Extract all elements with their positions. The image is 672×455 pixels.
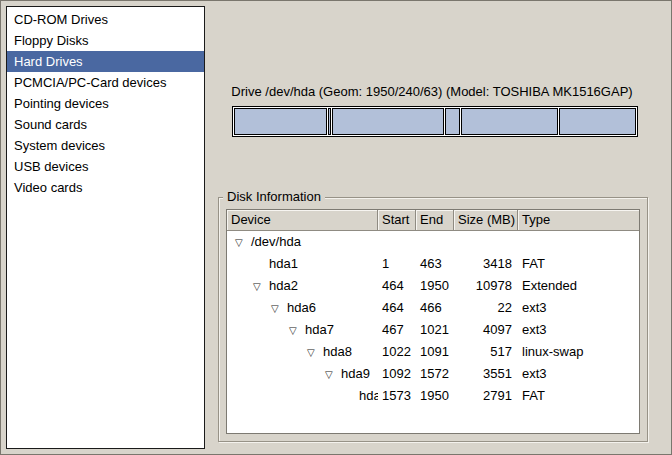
end-cell: 1950 — [416, 275, 454, 297]
device-cell: ▽hda9 — [227, 363, 378, 385]
device-name: hda1 — [269, 256, 298, 271]
device-name: hda9 — [341, 366, 370, 381]
sidebar-item-pointing-devices[interactable]: Pointing devices — [7, 93, 204, 114]
size-cell — [454, 231, 518, 253]
device-cell: hda5 — [227, 385, 378, 407]
end-cell: 463 — [416, 253, 454, 275]
size-cell: 2791 — [454, 385, 518, 407]
type-cell: ext3 — [518, 297, 639, 319]
partition-segment-hda9 — [461, 108, 558, 135]
table-row-hda5[interactable]: hda5157319502791FAT — [227, 385, 639, 407]
device-name: /dev/hda — [251, 234, 301, 249]
partition-segment-hda8 — [445, 108, 461, 135]
table-row-hda9[interactable]: ▽hda9109215723551ext3 — [227, 363, 639, 385]
size-cell: 517 — [454, 341, 518, 363]
tree-indent — [227, 352, 307, 353]
table-row-hda7[interactable]: ▽hda746710214097ext3 — [227, 319, 639, 341]
hardware-browser-window: CD-ROM DrivesFloppy DisksHard DrivesPCMC… — [0, 0, 672, 455]
start-cell: 464 — [378, 297, 416, 319]
drive-title: Drive /dev/hda (Geom: 1950/240/63) (Mode… — [216, 84, 648, 99]
tree-expander-icon[interactable]: ▽ — [307, 342, 323, 363]
size-cell: 4097 — [454, 319, 518, 341]
end-cell: 1950 — [416, 385, 454, 407]
start-cell: 464 — [378, 275, 416, 297]
partition-segment-hda1 — [234, 108, 327, 135]
device-cell: ▽/dev/hda — [227, 231, 378, 253]
device-cell: ▽hda8 — [227, 341, 378, 363]
disk-table-header: DeviceStartEndSize (MB)Type — [227, 210, 639, 231]
device-cell: ▽hda7 — [227, 319, 378, 341]
sidebar-item-video-cards[interactable]: Video cards — [7, 177, 204, 198]
start-cell — [378, 231, 416, 253]
type-cell: ext3 — [518, 363, 639, 385]
partition-segment-hda5 — [559, 108, 636, 135]
size-cell: 3418 — [454, 253, 518, 275]
start-cell: 1022 — [378, 341, 416, 363]
sidebar-item-floppy-disks[interactable]: Floppy Disks — [7, 30, 204, 51]
type-cell: linux-swap — [518, 341, 639, 363]
partition-bar — [232, 106, 638, 137]
end-cell: 466 — [416, 297, 454, 319]
tree-indent — [227, 286, 253, 287]
table-row-hda1[interactable]: hda114633418FAT — [227, 253, 639, 275]
table-row-hda6[interactable]: ▽hda646446622ext3 — [227, 297, 639, 319]
sidebar-item-usb-devices[interactable]: USB devices — [7, 156, 204, 177]
table-row-dev-hda[interactable]: ▽/dev/hda — [227, 231, 639, 253]
tree-expander-icon[interactable]: ▽ — [271, 298, 287, 319]
tree-indent — [227, 242, 235, 243]
disk-table: DeviceStartEndSize (MB)Type ▽/dev/hdahda… — [226, 209, 640, 434]
table-row-hda2[interactable]: ▽hda2464195010978Extended — [227, 275, 639, 297]
sidebar-item-sound-cards[interactable]: Sound cards — [7, 114, 204, 135]
tree-indent — [227, 330, 289, 331]
device-name: hda7 — [305, 322, 334, 337]
end-cell — [416, 231, 454, 253]
device-cell: ▽hda6 — [227, 297, 378, 319]
device-category-list: CD-ROM DrivesFloppy DisksHard DrivesPCMC… — [6, 6, 205, 449]
start-cell: 467 — [378, 319, 416, 341]
start-cell: 1 — [378, 253, 416, 275]
device-cell: ▽hda2 — [227, 275, 378, 297]
start-cell: 1573 — [378, 385, 416, 407]
sidebar-item-cd-rom-drives[interactable]: CD-ROM Drives — [7, 9, 204, 30]
column-header-start[interactable]: Start — [378, 210, 416, 230]
disk-information-label: Disk Information — [223, 189, 325, 204]
tree-expander-icon[interactable]: ▽ — [235, 232, 251, 253]
end-cell: 1021 — [416, 319, 454, 341]
tree-indent — [227, 308, 271, 309]
partition-segment-hda7 — [332, 108, 444, 135]
tree-expander-icon[interactable]: ▽ — [325, 364, 341, 385]
column-header-size-mb[interactable]: Size (MB) — [454, 210, 518, 230]
column-header-device[interactable]: Device — [227, 210, 378, 230]
tree-expander-icon[interactable]: ▽ — [289, 320, 305, 341]
size-cell: 10978 — [454, 275, 518, 297]
size-cell: 22 — [454, 297, 518, 319]
disk-table-body: ▽/dev/hdahda114633418FAT▽hda246419501097… — [227, 231, 639, 407]
device-name: hda5 — [359, 388, 378, 403]
tree-indent — [227, 374, 325, 375]
type-cell: FAT — [518, 385, 639, 407]
tree-indent — [227, 264, 253, 265]
sidebar-item-system-devices[interactable]: System devices — [7, 135, 204, 156]
sidebar-item-pcmcia-pc-card-devices[interactable]: PCMCIA/PC-Card devices — [7, 72, 204, 93]
type-cell — [518, 231, 639, 253]
size-cell: 3551 — [454, 363, 518, 385]
device-name: hda8 — [323, 344, 352, 359]
sidebar-item-hard-drives[interactable]: Hard Drives — [7, 51, 204, 72]
tree-indent — [227, 396, 343, 397]
type-cell: Extended — [518, 275, 639, 297]
disk-information-frame: Disk Information DeviceStartEndSize (MB)… — [218, 197, 648, 442]
column-header-type[interactable]: Type — [518, 210, 639, 230]
end-cell: 1091 — [416, 341, 454, 363]
partition-segment-hda6 — [328, 108, 331, 135]
column-header-end[interactable]: End — [416, 210, 454, 230]
table-row-hda8[interactable]: ▽hda810221091517linux-swap — [227, 341, 639, 363]
type-cell: ext3 — [518, 319, 639, 341]
device-cell: hda1 — [227, 253, 378, 275]
device-name: hda6 — [287, 300, 316, 315]
start-cell: 1092 — [378, 363, 416, 385]
end-cell: 1572 — [416, 363, 454, 385]
device-name: hda2 — [269, 278, 298, 293]
type-cell: FAT — [518, 253, 639, 275]
tree-expander-icon[interactable]: ▽ — [253, 276, 269, 297]
